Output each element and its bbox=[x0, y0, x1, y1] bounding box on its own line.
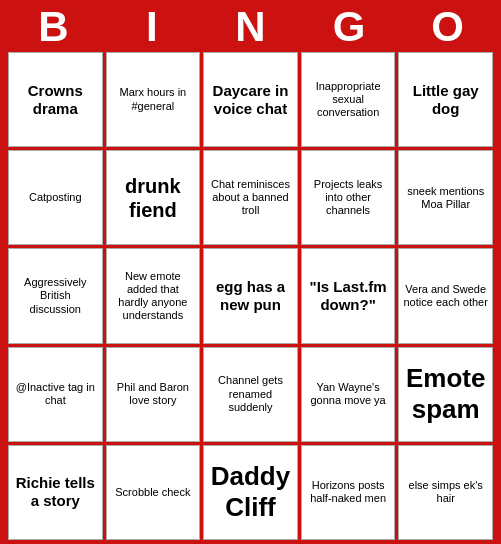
bingo-cell-2[interactable]: Daycare in voice chat bbox=[203, 52, 298, 147]
bingo-cell-21[interactable]: Scrobble check bbox=[106, 445, 201, 540]
bingo-cell-5[interactable]: Catposting bbox=[8, 150, 103, 245]
bingo-cell-9[interactable]: sneek mentions Moa Pillar bbox=[398, 150, 493, 245]
bingo-cell-13[interactable]: "Is Last.fm down?" bbox=[301, 248, 396, 343]
bingo-cell-6[interactable]: drunk fiend bbox=[106, 150, 201, 245]
letter-n: N bbox=[201, 6, 300, 48]
bingo-cell-23[interactable]: Horizons posts half-naked men bbox=[301, 445, 396, 540]
bingo-cell-0[interactable]: Crowns drama bbox=[8, 52, 103, 147]
letter-o: O bbox=[398, 6, 497, 48]
bingo-cell-12[interactable]: egg has a new pun bbox=[203, 248, 298, 343]
bingo-cell-4[interactable]: Little gay dog bbox=[398, 52, 493, 147]
bingo-cell-20[interactable]: Richie tells a story bbox=[8, 445, 103, 540]
bingo-cell-7[interactable]: Chat reminisces about a banned troll bbox=[203, 150, 298, 245]
bingo-header: B I N G O bbox=[0, 0, 501, 52]
bingo-grid: Crowns dramaMarx hours in #generalDaycar… bbox=[4, 52, 497, 544]
bingo-cell-15[interactable]: @Inactive tag in chat bbox=[8, 347, 103, 442]
bingo-cell-8[interactable]: Projects leaks into other channels bbox=[301, 150, 396, 245]
bingo-cell-14[interactable]: Vera and Swede notice each other bbox=[398, 248, 493, 343]
letter-i: I bbox=[103, 6, 202, 48]
bingo-cell-17[interactable]: Channel gets renamed suddenly bbox=[203, 347, 298, 442]
bingo-cell-11[interactable]: New emote added that hardly anyone under… bbox=[106, 248, 201, 343]
bingo-cell-22[interactable]: Daddy Cliff bbox=[203, 445, 298, 540]
bingo-cell-19[interactable]: Emote spam bbox=[398, 347, 493, 442]
bingo-cell-3[interactable]: Inappropriate sexual conversation bbox=[301, 52, 396, 147]
bingo-cell-18[interactable]: Yan Wayne's gonna move ya bbox=[301, 347, 396, 442]
bingo-cell-24[interactable]: else simps ek's hair bbox=[398, 445, 493, 540]
bingo-cell-1[interactable]: Marx hours in #general bbox=[106, 52, 201, 147]
bingo-cell-16[interactable]: Phil and Baron love story bbox=[106, 347, 201, 442]
letter-b: B bbox=[4, 6, 103, 48]
bingo-cell-10[interactable]: Aggressively British discussion bbox=[8, 248, 103, 343]
letter-g: G bbox=[300, 6, 399, 48]
